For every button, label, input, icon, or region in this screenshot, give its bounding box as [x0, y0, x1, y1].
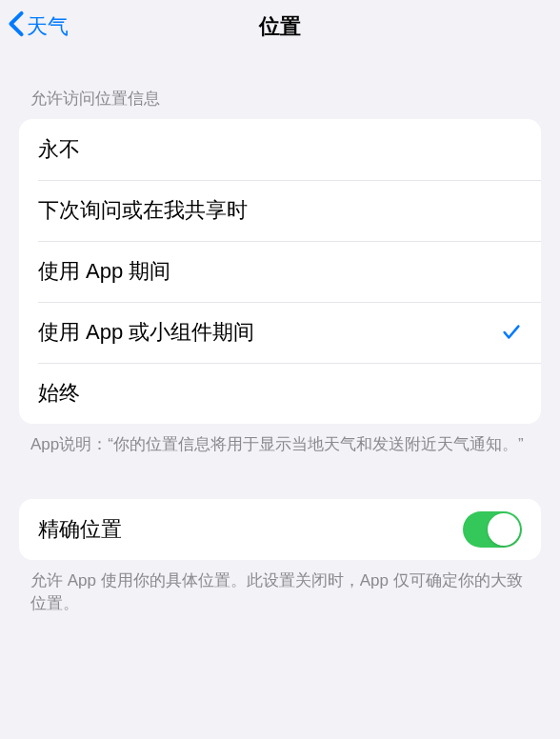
section-footer-app-explanation: App说明：“你的位置信息将用于显示当地天气和发送附近天气通知。”	[0, 424, 560, 457]
navigation-bar: 天气 位置	[0, 0, 560, 53]
precise-location-row: 精确位置	[19, 499, 541, 560]
toggle-knob	[488, 513, 520, 546]
section-footer-precise-explanation: 允许 App 使用你的具体位置。此设置关闭时，App 仅可确定你的大致位置。	[0, 560, 560, 616]
page-title: 位置	[259, 12, 301, 41]
option-never[interactable]: 永不	[19, 119, 541, 180]
option-while-using-app[interactable]: 使用 App 期间	[19, 241, 541, 302]
option-while-using-app-or-widgets[interactable]: 使用 App 或小组件期间	[19, 302, 541, 363]
precise-location-toggle[interactable]	[463, 511, 522, 548]
option-label: 下次询问或在我共享时	[38, 196, 248, 225]
option-label: 永不	[38, 135, 80, 164]
option-label: 使用 App 或小组件期间	[38, 318, 254, 347]
precise-location-label: 精确位置	[38, 515, 122, 544]
precise-location-group: 精确位置	[19, 499, 541, 560]
location-access-group: 永不 下次询问或在我共享时 使用 App 期间 使用 App 或小组件期间 始终	[19, 119, 541, 424]
back-label: 天气	[27, 12, 69, 41]
checkmark-icon	[501, 322, 522, 343]
option-always[interactable]: 始终	[19, 363, 541, 424]
option-ask-next-time[interactable]: 下次询问或在我共享时	[19, 180, 541, 241]
option-label: 使用 App 期间	[38, 257, 170, 286]
chevron-left-icon	[8, 10, 27, 43]
back-button[interactable]: 天气	[8, 10, 69, 43]
section-header-location-access: 允许访问位置信息	[0, 53, 560, 119]
option-label: 始终	[38, 379, 80, 408]
